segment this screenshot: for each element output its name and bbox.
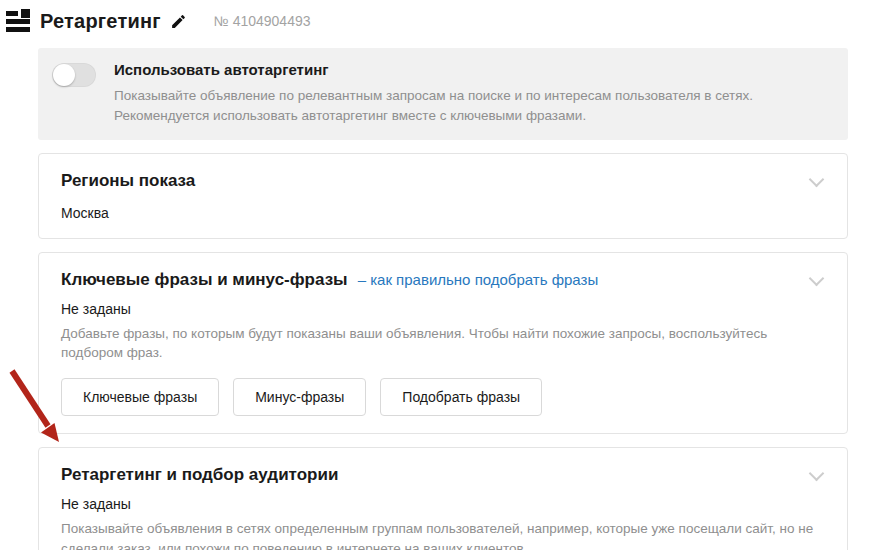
chevron-down-icon[interactable]	[809, 174, 823, 186]
minus-phrases-button[interactable]: Минус-фразы	[233, 378, 366, 416]
keywords-status: Не заданы	[61, 301, 825, 317]
autotargeting-description: Показывайте объявление по релевантным за…	[114, 86, 832, 127]
settings-content: Использовать автотаргетинг Показывайте о…	[38, 48, 848, 550]
page-header: Ретаргетинг № 4104904493	[0, 0, 884, 33]
retargeting-card: Ретаргетинг и подбор аудитории Не заданы…	[38, 447, 848, 550]
regions-title: Регионы показа	[61, 170, 825, 191]
toggle-knob	[53, 64, 75, 86]
autotargeting-panel: Использовать автотаргетинг Показывайте о…	[38, 48, 848, 140]
page-title: Ретаргетинг	[40, 10, 161, 33]
keywords-button[interactable]: Ключевые фразы	[61, 378, 219, 416]
retargeting-status: Не заданы	[61, 496, 825, 512]
campaign-number: № 4104904493	[214, 13, 311, 29]
keywords-description: Добавьте фразы, по которым будут показан…	[61, 324, 825, 363]
keywords-help-link[interactable]: – как правильно подобрать фразы	[358, 271, 599, 288]
pencil-icon[interactable]	[170, 13, 187, 30]
campaign-list-icon[interactable]	[6, 9, 30, 33]
pick-phrases-button[interactable]: Подобрать фразы	[380, 378, 542, 416]
keywords-card: Ключевые фразы и минус-фразы – как прави…	[38, 252, 848, 434]
chevron-down-icon[interactable]	[809, 468, 823, 480]
keywords-title: Ключевые фразы и минус-фразы	[61, 269, 348, 290]
regions-value: Москва	[61, 205, 825, 221]
regions-card: Регионы показа Москва	[38, 153, 848, 238]
chevron-down-icon[interactable]	[809, 273, 823, 285]
autotargeting-label: Использовать автотаргетинг	[114, 61, 832, 80]
autotargeting-toggle[interactable]	[52, 63, 96, 87]
retargeting-description: Показывайте объявления в сетях определен…	[61, 519, 825, 550]
retargeting-title: Ретаргетинг и подбор аудитории	[61, 464, 825, 485]
